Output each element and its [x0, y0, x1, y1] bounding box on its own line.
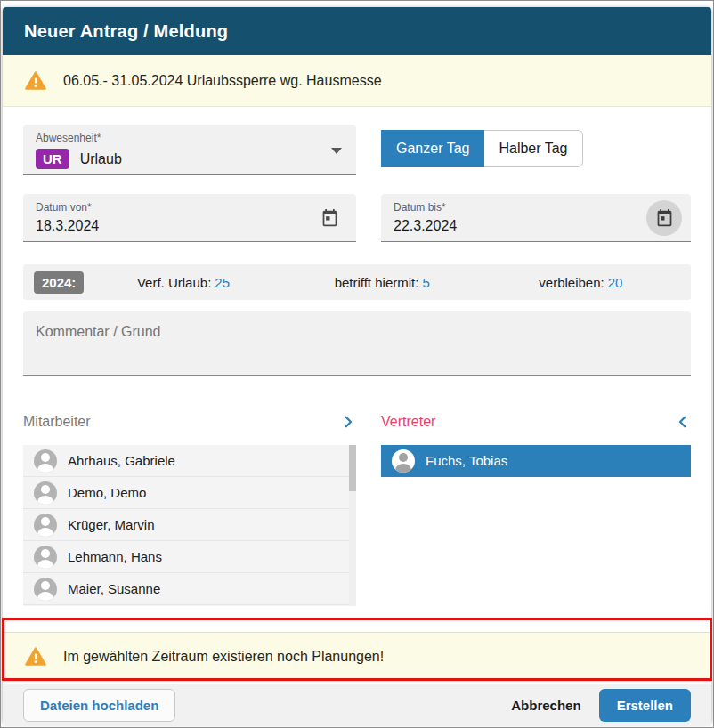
chevron-left-icon[interactable] [675, 414, 691, 430]
employee-list-item[interactable]: Maier, Susanne [23, 573, 356, 605]
date-from-calendar-icon[interactable] [312, 200, 347, 236]
person-avatar-icon [34, 578, 57, 601]
comment-input[interactable] [23, 311, 691, 376]
absence-value: Urlaub [80, 151, 122, 167]
person-avatar-icon [34, 481, 57, 505]
scrollbar-thumb[interactable] [349, 445, 356, 491]
warning-triangle-icon [24, 70, 47, 92]
employees-scrollbar[interactable] [349, 445, 356, 606]
planning-conflict-warning-text: Im gewählten Zeitraum existieren noch Pl… [63, 649, 384, 665]
year-badge: 2024: [34, 271, 84, 294]
day-toggle-button[interactable]: Halber Tag [484, 130, 582, 167]
cancel-button[interactable]: Abbrechen [500, 690, 591, 721]
vacation-summary-strip: 2024: Verf. Urlaub:25 betrifft hiermit:5… [23, 264, 691, 300]
absence-code-badge: UR [36, 149, 69, 169]
dialog-title: Neuer Antrag / Meldung [24, 21, 228, 42]
employee-list-item[interactable]: Ahrhaus, Gabriele [23, 445, 356, 477]
person-avatar-icon [392, 449, 415, 473]
chevron-down-icon [331, 148, 342, 154]
date-from-value: 18.3.2024 [36, 218, 344, 234]
absence-label: Abwesenheit* [36, 132, 344, 144]
chevron-right-icon[interactable] [340, 414, 356, 430]
dialog-header: Neuer Antrag / Meldung [3, 7, 711, 55]
create-button[interactable]: Erstellen [599, 689, 691, 722]
day-toggle-button[interactable]: Ganzer Tag [381, 130, 484, 167]
date-to-label: Datum bis* [394, 201, 678, 214]
warning-triangle-icon [24, 646, 47, 667]
employees-list-title: Mitarbeiter [23, 414, 91, 430]
employees-list: Ahrhaus, Gabriele Demo, Demo Krüger, Mar… [23, 445, 356, 606]
vacation-block-warning-text: 06.05.- 31.05.2024 Urlaubssperre wg. Hau… [63, 73, 382, 89]
upload-files-button[interactable]: Dateien hochladen [23, 689, 175, 722]
person-avatar-icon [34, 546, 57, 569]
person-avatar-icon [34, 514, 57, 537]
dialog-footer: Dateien hochladen Abbrechen Erstellen [3, 684, 711, 726]
summary-item: betrifft hiermit:5 [283, 275, 482, 290]
day-toggle-group: Ganzer Tag Halber Tag [381, 130, 691, 167]
date-to-value: 22.3.2024 [394, 218, 678, 234]
substitutes-list-title: Vertreter [381, 414, 435, 430]
date-to-calendar-icon[interactable] [646, 200, 682, 236]
substitutes-list: Fuchs, Tobias [381, 445, 691, 606]
summary-item: verbleiben:20 [482, 275, 680, 290]
date-from-field[interactable]: Datum von* 18.3.2024 [23, 194, 356, 242]
employee-list-item[interactable]: Demo, Demo [23, 477, 356, 509]
new-request-dialog: Neuer Antrag / Meldung 06.05.- 31.05.202… [3, 7, 711, 723]
person-avatar-icon [34, 449, 57, 473]
summary-item: Verf. Urlaub:25 [84, 275, 282, 290]
employee-list-item[interactable]: Krüger, Marvin [23, 509, 356, 541]
vacation-block-warning-banner: 06.05.- 31.05.2024 Urlaubssperre wg. Hau… [3, 55, 711, 107]
date-from-label: Datum von* [36, 201, 344, 214]
employee-list-item[interactable]: Lehmann, Hans [23, 541, 356, 573]
planning-conflict-warning-banner: Im gewählten Zeitraum existieren noch Pl… [3, 632, 711, 682]
date-to-field[interactable]: Datum bis* 22.3.2024 [381, 194, 691, 242]
substitute-list-item[interactable]: Fuchs, Tobias [381, 445, 691, 477]
absence-select[interactable]: Abwesenheit* UR Urlaub [23, 125, 356, 175]
